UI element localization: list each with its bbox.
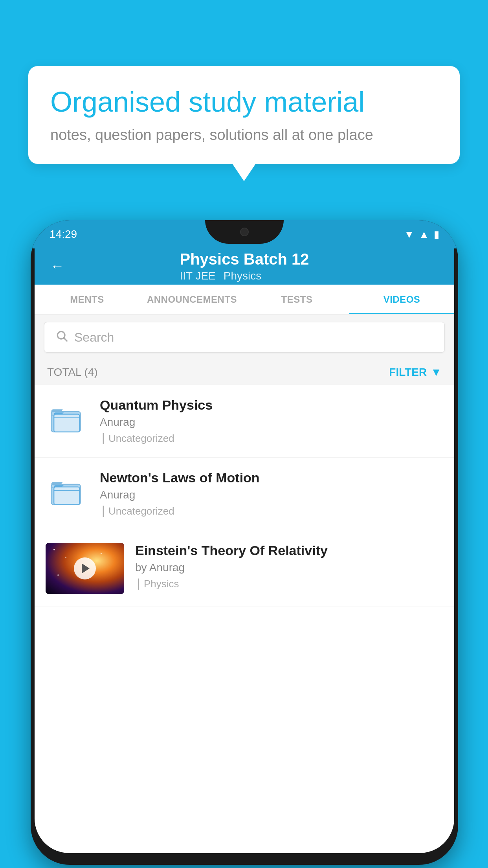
tag-text: Physics bbox=[144, 578, 179, 590]
video-title: Quantum Physics bbox=[100, 397, 443, 413]
svg-rect-5 bbox=[54, 487, 79, 505]
tag-icon: ⎥ bbox=[100, 433, 105, 444]
app-header: ← Physics Batch 12 IIT JEE Physics bbox=[35, 248, 454, 285]
filter-bar: TOTAL (4) FILTER ▼ bbox=[35, 360, 454, 385]
battery-icon: ▮ bbox=[434, 228, 439, 241]
search-placeholder: Search bbox=[74, 330, 114, 345]
status-time: 14:29 bbox=[50, 228, 77, 241]
status-icons: ▼ ▲ ▮ bbox=[404, 228, 439, 241]
phone-frame: 14:29 ▼ ▲ ▮ ← Physics Batch 12 IIT JEE P… bbox=[31, 220, 458, 865]
screen-title: Physics Batch 12 bbox=[180, 250, 309, 268]
header-tag2: Physics bbox=[224, 270, 261, 282]
back-button[interactable]: ← bbox=[50, 258, 64, 274]
search-icon bbox=[55, 329, 68, 345]
video-author: Anurag bbox=[100, 416, 443, 428]
speech-bubble: Organised study material notes, question… bbox=[28, 66, 460, 164]
list-item[interactable]: Quantum Physics Anurag ⎥ Uncategorized bbox=[35, 385, 454, 458]
video-thumbnail bbox=[46, 543, 124, 594]
tab-tests[interactable]: TESTS bbox=[244, 285, 349, 314]
video-list: Quantum Physics Anurag ⎥ Uncategorized bbox=[35, 385, 454, 607]
total-count: TOTAL (4) bbox=[47, 366, 98, 379]
video-title: Einstein's Theory Of Relativity bbox=[135, 543, 443, 558]
phone-notch bbox=[205, 220, 284, 244]
folder-thumbnail bbox=[46, 470, 89, 513]
video-info: Einstein's Theory Of Relativity by Anura… bbox=[135, 543, 443, 590]
filter-label: FILTER bbox=[389, 366, 427, 379]
video-tag: ⎥ Uncategorized bbox=[100, 432, 443, 445]
tab-ments[interactable]: MENTS bbox=[35, 285, 139, 314]
video-title: Newton's Laws of Motion bbox=[100, 470, 443, 485]
video-author: Anurag bbox=[100, 489, 443, 501]
play-icon bbox=[82, 563, 90, 574]
signal-icon: ▲ bbox=[419, 228, 429, 241]
tab-videos[interactable]: VIDEOS bbox=[349, 285, 454, 314]
list-item[interactable]: Newton's Laws of Motion Anurag ⎥ Uncateg… bbox=[35, 458, 454, 530]
video-tag: ⎥ Physics bbox=[135, 578, 443, 590]
front-camera bbox=[240, 228, 249, 236]
search-bar[interactable]: Search bbox=[44, 322, 445, 353]
list-item[interactable]: Einstein's Theory Of Relativity by Anura… bbox=[35, 530, 454, 607]
folder-thumbnail bbox=[46, 397, 89, 441]
svg-rect-3 bbox=[54, 414, 79, 432]
header-tag1: IIT JEE bbox=[180, 270, 215, 282]
search-container: Search bbox=[35, 315, 454, 360]
wifi-icon: ▼ bbox=[404, 228, 415, 241]
tag-text: Uncategorized bbox=[108, 432, 174, 445]
bubble-subtitle: notes, question papers, solutions all at… bbox=[50, 127, 438, 143]
bubble-title: Organised study material bbox=[50, 85, 438, 119]
header-subtitle: IIT JEE Physics bbox=[180, 270, 309, 282]
video-author: by Anurag bbox=[135, 561, 443, 574]
tag-icon: ⎥ bbox=[135, 579, 140, 590]
filter-icon: ▼ bbox=[431, 366, 442, 379]
video-info: Quantum Physics Anurag ⎥ Uncategorized bbox=[100, 397, 443, 445]
phone-screen: ← Physics Batch 12 IIT JEE Physics MENTS… bbox=[35, 248, 454, 853]
video-info: Newton's Laws of Motion Anurag ⎥ Uncateg… bbox=[100, 470, 443, 517]
tag-icon: ⎥ bbox=[100, 506, 105, 517]
tab-announcements[interactable]: ANNOUNCEMENTS bbox=[139, 285, 244, 314]
tag-text: Uncategorized bbox=[108, 505, 174, 517]
svg-line-1 bbox=[64, 338, 67, 341]
filter-button[interactable]: FILTER ▼ bbox=[389, 366, 442, 379]
video-tag: ⎥ Uncategorized bbox=[100, 505, 443, 517]
play-button[interactable] bbox=[74, 557, 96, 579]
tab-bar: MENTS ANNOUNCEMENTS TESTS VIDEOS bbox=[35, 285, 454, 315]
header-top: ← Physics Batch 12 IIT JEE Physics bbox=[50, 258, 438, 274]
